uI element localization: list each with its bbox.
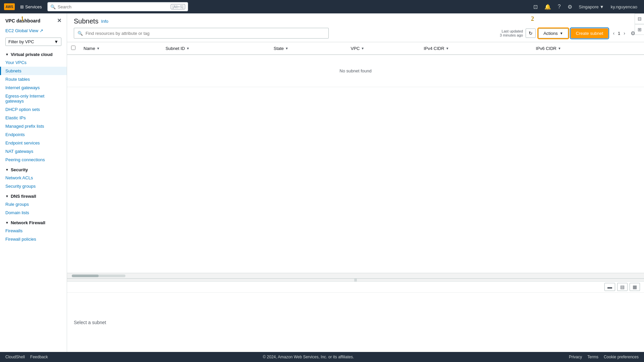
sidebar-item-subnets[interactable]: Subnets <box>0 67 67 75</box>
footer-privacy-link[interactable]: Privacy <box>569 355 582 359</box>
chevron-down-icon: ▼ <box>560 32 563 35</box>
table-area: Name ▼ Subnet ID ▼ <box>67 42 644 278</box>
scrollbar-thumb <box>72 275 99 277</box>
settings-icon[interactable]: ⚙ <box>565 2 575 11</box>
help-icon[interactable]: ? <box>555 2 564 11</box>
sidebar-item-domain-lists[interactable]: Domain lists <box>0 208 67 217</box>
sidebar-item-elastic-ips[interactable]: Elastic IPs <box>0 114 67 122</box>
footer-cookie-link[interactable]: Cookie preferences <box>604 355 639 359</box>
sidebar-item-egress-only-internet-gateways[interactable]: Egress-only Internet gateways <box>0 92 67 105</box>
notifications-icon[interactable]: 🔔 <box>542 2 554 11</box>
sidebar-item-firewall-policies[interactable]: Firewall policies <box>0 235 67 243</box>
actions-button[interactable]: Actions ▼ <box>538 28 568 38</box>
col-subnet-id-filter-icon[interactable]: ▼ <box>186 47 190 50</box>
chevron-down-icon: ▼ <box>5 53 9 56</box>
section-virtual-private-cloud[interactable]: ▼ Virtual private cloud <box>0 49 67 58</box>
services-menu[interactable]: ⊞ Services <box>17 3 45 11</box>
toolbar-row: Last updated 3 minutes ago ↻ Actions ▼ C… <box>500 28 608 38</box>
sidebar-item-firewalls[interactable]: Firewalls <box>0 227 67 235</box>
global-search-bar[interactable]: 🔍 [Alt+S] <box>47 2 188 11</box>
sidebar-item-route-tables[interactable]: Route tables <box>0 75 67 83</box>
account-menu[interactable]: ky.nguyencao <box>608 3 640 11</box>
page-actions-row: 🔍 Last updated 3 minutes ago ↻ Actions ▼… <box>74 28 637 42</box>
last-updated-time: 3 minutes ago <box>500 33 523 37</box>
chevron-down-icon: ▼ <box>5 194 9 198</box>
pagination-prev-button[interactable]: ‹ <box>611 30 616 37</box>
subnets-table: Name ▼ Subnet ID ▼ <box>67 42 644 87</box>
sidebar-item-endpoint-services[interactable]: Endpoint services <box>0 139 67 147</box>
footer: CloudShell Feedback © 2024, Amazon Web S… <box>0 352 644 362</box>
nav-right: ⊡ 🔔 ? ⚙ Singapore ▼ ky.nguyencao <box>531 2 640 11</box>
col-ipv6-filter-icon[interactable]: ▼ <box>558 47 561 50</box>
create-subnet-button[interactable]: Create subnet <box>571 28 608 38</box>
chevron-down-icon: ▼ <box>54 39 58 44</box>
section-label: Network Firewall <box>11 220 45 225</box>
feedback-button[interactable]: Feedback <box>30 355 48 359</box>
grid-icon: ⊞ <box>20 4 24 9</box>
side-icon-1[interactable]: ⊟ <box>635 13 644 24</box>
pagination-next-button[interactable]: › <box>622 30 627 37</box>
footer-terms-link[interactable]: Terms <box>587 355 598 359</box>
no-results-message: No subnet found <box>67 55 644 87</box>
select-subnet-message: Select a subnet <box>74 320 106 325</box>
sidebar-item-rule-groups[interactable]: Rule groups <box>0 200 67 208</box>
side-icon-2[interactable]: ⊞ <box>635 24 644 35</box>
section-dns-firewall[interactable]: ▼ DNS firewall <box>0 190 67 200</box>
sidebar-item-ec2-global-view[interactable]: EC2 Global View ↗ <box>0 26 67 35</box>
main-content: Subnets Info 🔍 Last updated 3 minutes ag… <box>67 13 644 352</box>
sidebar-item-managed-prefix-lists[interactable]: Managed prefix lists <box>0 122 67 130</box>
panel-view-btn-1[interactable]: ▬ <box>604 283 615 291</box>
col-ipv4-filter-icon[interactable]: ▼ <box>446 47 449 50</box>
pagination-row: ‹ 1 › ⚙ <box>611 29 637 37</box>
refresh-button[interactable]: ↻ <box>526 28 536 38</box>
sidebar-item-dhcp-option-sets[interactable]: DHCP option sets <box>0 105 67 114</box>
sidebar-item-peering-connections[interactable]: Peering connections <box>0 156 67 164</box>
sidebar: VPC dashboard ✕ EC2 Global View ↗ Filter… <box>0 13 67 352</box>
sidebar-item-your-vpcs[interactable]: Your VPCs <box>0 58 67 67</box>
sidebar-item-security-groups[interactable]: Security groups <box>0 182 67 190</box>
panel-toolbar: ▬ ▤ ▦ <box>67 282 644 293</box>
col-name-filter-icon[interactable]: ▼ <box>97 47 100 50</box>
search-icon: 🔍 <box>77 31 83 36</box>
select-all-checkbox[interactable] <box>71 46 75 50</box>
filter-by-vpc[interactable]: Filter by VPC ▼ <box>5 38 61 46</box>
panel-view-btn-2[interactable]: ▤ <box>617 283 628 291</box>
panel-view-btn-3[interactable]: ▦ <box>630 283 640 291</box>
sidebar-item-endpoints[interactable]: Endpoints <box>0 130 67 139</box>
bottom-panel: ≡ ▬ ▤ ▦ Select a subnet <box>67 278 644 352</box>
search-icon: 🔍 <box>50 4 56 9</box>
footer-right: Privacy Terms Cookie preferences <box>569 355 639 359</box>
section-label: Virtual private cloud <box>11 52 53 57</box>
sidebar-close-button[interactable]: ✕ <box>57 17 61 24</box>
section-security[interactable]: ▼ Security <box>0 164 67 174</box>
sidebar-title: VPC dashboard <box>5 18 40 23</box>
section-label: Security <box>11 167 28 172</box>
chevron-down-icon: ▼ <box>600 4 604 9</box>
section-network-firewall[interactable]: ▼ Network Firewall <box>0 217 67 227</box>
sidebar-item-network-acls[interactable]: Network ACLs <box>0 174 67 182</box>
sidebar-item-nat-gateways[interactable]: NAT gateways <box>0 147 67 156</box>
external-link-icon: ↗ <box>40 28 43 33</box>
info-link[interactable]: Info <box>101 19 108 24</box>
footer-copyright: © 2024, Amazon Web Services, Inc. or its… <box>263 355 354 359</box>
panel-content: Select a subnet <box>67 293 644 352</box>
panel-resize-handle[interactable]: ≡ <box>67 279 644 282</box>
global-search-input[interactable] <box>58 4 169 9</box>
col-subnet-id: Subnet ID ▼ <box>161 42 269 55</box>
region-selector[interactable]: Singapore ▼ <box>576 3 607 11</box>
resource-search-input[interactable] <box>86 31 325 36</box>
section-label: DNS firewall <box>11 194 36 199</box>
table-wrapper: Name ▼ Subnet ID ▼ <box>67 42 644 273</box>
cloudshell-button[interactable]: CloudShell <box>5 355 25 359</box>
resource-search-bar[interactable]: 🔍 <box>74 28 329 39</box>
last-updated-label: Last updated <box>500 29 523 33</box>
region-label: Singapore <box>579 4 599 9</box>
page-header: Subnets Info 🔍 Last updated 3 minutes ag… <box>67 13 644 42</box>
help-center-icon[interactable]: ⊡ <box>531 2 540 11</box>
sidebar-item-internet-gateways[interactable]: Internet gateways <box>0 83 67 92</box>
chevron-down-icon: ▼ <box>5 221 9 225</box>
col-state-filter-icon[interactable]: ▼ <box>285 47 288 50</box>
aws-logo: AWS <box>4 3 15 10</box>
sidebar-header: VPC dashboard ✕ <box>0 13 67 26</box>
col-vpc-filter-icon[interactable]: ▼ <box>361 47 364 50</box>
